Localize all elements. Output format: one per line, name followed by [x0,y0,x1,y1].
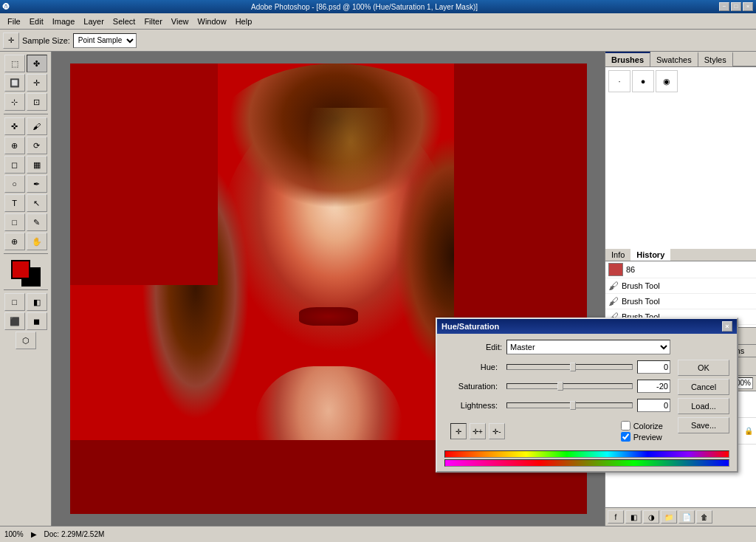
tool-row-6: ◻ ▦ [4,156,47,174]
history-item-snapshot[interactable]: 86 [605,261,756,278]
new-layer-btn[interactable]: 📄 [678,510,695,524]
close-button[interactable]: × [743,2,753,11]
brush-history-icon-2: 🖌 [608,295,619,307]
zoom-tool[interactable]: ⊕ [4,233,25,250]
quickmask-mode-btn[interactable]: ◧ [27,293,47,311]
lightness-slider-container [506,402,633,408]
preview-checkbox[interactable] [621,432,630,442]
lightness-value-input[interactable]: 0 [637,399,670,412]
hue-slider-thumb[interactable] [570,363,576,371]
preview-row: Preview [621,432,663,442]
history-item-2[interactable]: 🖌 Brush Tool [605,294,756,309]
menu-window[interactable]: Window [193,16,231,27]
new-fill-adjustment-btn[interactable]: ◑ [643,510,659,524]
tool-row-9: □ ✎ [4,213,47,231]
eyedropper-buttons-row: ✛ ✛+ ✛- Colorize Preview [443,418,670,445]
new-group-btn[interactable]: 📁 [661,510,677,524]
menu-file[interactable]: File [3,16,25,27]
hue-saturation-dialog[interactable]: Hue/Saturation × OK Cancel Load... Save.… [436,318,738,473]
menu-view[interactable]: View [167,16,193,27]
brush-tool[interactable]: 🖌 [27,117,47,135]
type-tool[interactable]: T [4,194,25,212]
tab-brushes[interactable]: Brushes [605,52,650,66]
menu-image[interactable]: Image [48,16,80,27]
brush-preset-1[interactable]: · [608,70,630,92]
lightness-slider-track[interactable] [506,402,633,408]
ok-button[interactable]: OK [678,360,729,376]
rectangle-marquee-tool[interactable]: ⬚ [4,55,25,72]
fullscreen-mode-btn[interactable]: ◼ [27,312,47,330]
tab-history[interactable]: History [630,249,670,261]
saturation-slider-track[interactable] [506,383,633,389]
cancel-button[interactable]: Cancel [678,379,729,395]
menu-layer[interactable]: Layer [79,16,109,27]
foreground-color-swatch[interactable] [11,260,30,279]
hue-slider-track[interactable] [506,364,633,370]
history-snapshot-label: 86 [626,265,635,274]
save-button[interactable]: Save... [678,417,729,433]
pen-tool[interactable]: ✒ [27,175,47,193]
screen-mode-btn[interactable]: ⬛ [4,312,25,330]
tool-divider-3 [4,289,48,290]
saturation-slider-thumb[interactable] [557,382,563,391]
options-toolbar: ✛ Sample Size: Point Sample [0,30,756,52]
dialog-close-btn[interactable]: × [722,321,732,332]
lightness-slider-thumb[interactable] [570,401,576,410]
layers-bottom-bar: f ◧ ◑ 📁 📄 🗑 [605,507,756,526]
rectangle-shape-tool[interactable]: □ [4,213,25,231]
sample-size-dropdown[interactable]: Point Sample [73,33,137,48]
brushes-grid: · ● ◉ [605,67,756,95]
delete-layer-btn[interactable]: 🗑 [696,510,712,524]
hand-tool[interactable]: ✋ [27,233,47,250]
jump-to-imageready[interactable]: ⬡ [16,332,36,349]
menu-edit[interactable]: Edit [25,16,48,27]
eyedropper-tool-icon[interactable]: ✛ [3,32,19,49]
eyedropper-sample-btn[interactable]: ✛ [450,423,467,439]
menu-select[interactable]: Select [109,16,140,27]
eyedropper-add-btn[interactable]: ✛+ [470,423,486,439]
menu-bar: File Edit Image Layer Select Filter View… [0,13,756,30]
gradient-tool[interactable]: ▦ [27,156,47,174]
history-item-1[interactable]: 🖌 Brush Tool [605,278,756,294]
standard-mode-btn[interactable]: □ [4,293,25,311]
brush-history-icon-1: 🖌 [608,280,619,292]
path-selection-tool[interactable]: ↖ [27,194,47,212]
brush-preset-3[interactable]: ◉ [656,70,678,92]
tab-swatches[interactable]: Swatches [650,52,698,66]
healing-brush-tool[interactable]: ✜ [4,117,25,135]
history-brush-tool[interactable]: ⟳ [27,137,47,154]
crop-tool[interactable]: ⊡ [27,93,47,111]
clone-stamp-tool[interactable]: ⊕ [4,137,25,154]
maximize-button[interactable]: □ [731,2,741,11]
window-controls: − □ × [719,2,753,11]
minimize-button[interactable]: − [719,2,729,11]
lightness-label: Lightness: [443,401,502,410]
edit-dropdown[interactable]: Master [506,340,670,354]
load-button[interactable]: Load... [678,398,729,414]
preview-label: Preview [633,433,662,442]
move-tool[interactable]: ✛ [27,74,47,92]
eraser-tool[interactable]: ◻ [4,156,25,174]
colorize-label: Colorize [633,422,663,430]
tab-styles[interactable]: Styles [698,52,733,66]
tools-panel: ⬚ ✤ 🔲 ✛ ⊹ ⊡ ✜ 🖌 ⊕ ⟳ ◻ ▦ ○ ✒ T ↖ [0,52,52,526]
add-mask-btn[interactable]: ◧ [625,510,642,524]
lasso-tool[interactable]: 🔲 [4,74,25,92]
menu-filter[interactable]: Filter [140,16,166,27]
tool-row-4: ✜ 🖌 [4,117,47,135]
eyedropper-tool[interactable]: ✤ [27,55,47,72]
notes-tool[interactable]: ✎ [27,213,47,231]
eyedropper-subtract-btn[interactable]: ✛- [489,423,505,439]
colorize-checkbox[interactable] [621,421,630,430]
brush-preset-2[interactable]: ● [632,70,654,92]
hue-value-input[interactable]: 0 [637,360,670,374]
layer-style-btn[interactable]: f [608,510,624,524]
tab-info[interactable]: Info [605,249,630,261]
color-swatch-container [11,260,41,287]
saturation-value-input[interactable]: -20 [637,380,670,393]
dodge-tool[interactable]: ○ [4,175,25,193]
menu-help[interactable]: Help [231,16,257,27]
saturation-slider-container [506,383,633,389]
magic-wand-tool[interactable]: ⊹ [4,93,25,111]
tool-row-8: T ↖ [4,194,47,212]
